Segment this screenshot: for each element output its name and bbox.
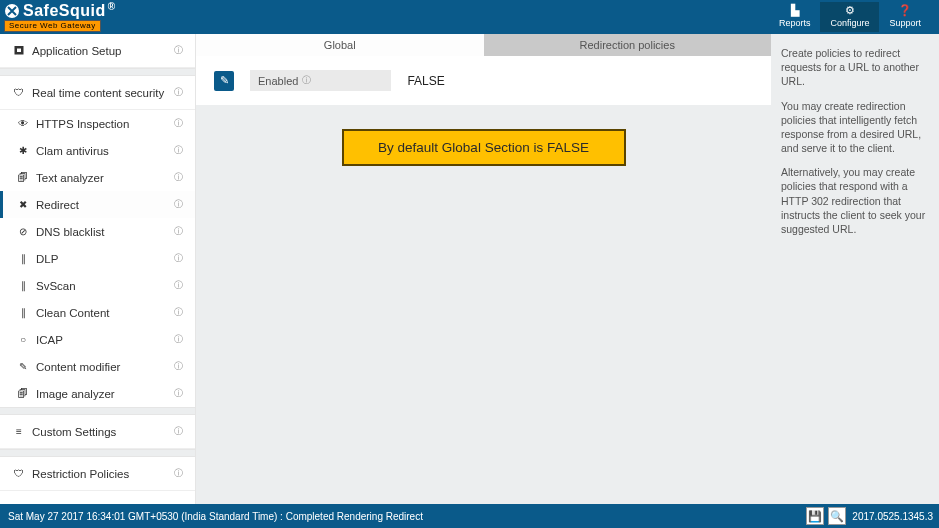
- info-icon: ⓘ: [174, 425, 183, 438]
- bars-icon: ∥: [16, 307, 30, 318]
- logo-text: SafeSquid®: [4, 3, 116, 19]
- info-icon: ⓘ: [174, 144, 183, 157]
- help-text: Create policies to redirect requests for…: [781, 46, 929, 89]
- briefcase-icon: 🞑: [12, 45, 26, 56]
- info-icon: ⓘ: [174, 117, 183, 130]
- help-panel: Create policies to redirect requests for…: [771, 34, 939, 504]
- sidebar-item-label: Application Setup: [32, 45, 168, 57]
- sidebar-rtcs[interactable]: 🛡 Real time content security ⓘ: [0, 76, 195, 110]
- info-icon: ⓘ: [174, 86, 183, 99]
- sidebar-item-label: HTTPS Inspection: [36, 118, 168, 130]
- configure-button[interactable]: ⚙ Configure: [820, 2, 879, 32]
- enabled-value: FALSE: [391, 74, 444, 88]
- tabs: Global Redirection policies: [196, 34, 771, 56]
- footer-right: 💾 🔍 2017.0525.1345.3: [806, 507, 933, 525]
- global-content: ✎ Enabled ⓘ FALSE: [196, 56, 771, 105]
- search-button[interactable]: 🔍: [828, 507, 846, 525]
- sidebar-item-label: DLP: [36, 253, 168, 265]
- sidebar-item-dns-blacklist[interactable]: ⊘ DNS blacklist ⓘ: [0, 218, 195, 245]
- logo-tagline: Secure Web Gateway: [4, 20, 101, 32]
- save-button[interactable]: 💾: [806, 507, 824, 525]
- help-text: You may create redirection policies that…: [781, 99, 929, 156]
- sidebar-item-image-analyzer[interactable]: 🗐 Image analyzer ⓘ: [0, 380, 195, 407]
- sidebar-item-clam-antivirus[interactable]: ✱ Clam antivirus ⓘ: [0, 137, 195, 164]
- info-icon: ⓘ: [174, 225, 183, 238]
- info-icon: ⓘ: [174, 279, 183, 292]
- bars-icon: ∥: [16, 253, 30, 264]
- configure-label: Configure: [830, 18, 869, 28]
- sidebar-item-label: Real time content security: [32, 87, 168, 99]
- enabled-label: Enabled: [258, 75, 298, 87]
- sidebar-item-redirect[interactable]: ✖ Redirect ⓘ: [0, 191, 195, 218]
- center-panel: Global Redirection policies ✎ Enabled ⓘ …: [196, 34, 771, 504]
- sidebar-item-dlp[interactable]: ∥ DLP ⓘ: [0, 245, 195, 272]
- bars-icon: ∥: [16, 280, 30, 291]
- sidebar-item-label: Text analyzer: [36, 172, 168, 184]
- sidebar-custom-settings[interactable]: ≡ Custom Settings ⓘ: [0, 415, 195, 449]
- page-icon: 🗐: [16, 172, 30, 183]
- sidebar-item-label: Image analyzer: [36, 388, 168, 400]
- sidebar-item-icap[interactable]: ○ ICAP ⓘ: [0, 326, 195, 353]
- sidebar-item-svscan[interactable]: ∥ SvScan ⓘ: [0, 272, 195, 299]
- reports-label: Reports: [779, 18, 811, 28]
- sidebar-item-label: SvScan: [36, 280, 168, 292]
- info-icon: ⓘ: [174, 467, 183, 480]
- support-button[interactable]: ❓ Support: [879, 2, 931, 32]
- edit-button[interactable]: ✎: [214, 71, 234, 91]
- support-icon: ❓: [898, 5, 912, 16]
- reports-icon: ▙: [791, 5, 799, 16]
- eye-icon: 👁: [16, 118, 30, 129]
- reports-button[interactable]: ▙ Reports: [769, 2, 821, 32]
- configure-icon: ⚙: [845, 5, 855, 16]
- pencil-icon: ✎: [220, 74, 229, 87]
- logo-icon: [4, 3, 20, 19]
- shield-icon: 🛡: [12, 468, 26, 479]
- tab-redirection-policies[interactable]: Redirection policies: [484, 34, 772, 56]
- help-text: Alternatively, you may create policies t…: [781, 165, 929, 236]
- block-icon: ⊘: [16, 226, 30, 237]
- sidebar: 🞑 Application Setup ⓘ 🛡 Real time conten…: [0, 34, 196, 504]
- enabled-field: Enabled ⓘ FALSE: [250, 70, 753, 91]
- info-icon: ⓘ: [174, 387, 183, 400]
- info-icon: ⓘ: [174, 198, 183, 211]
- info-icon: ⓘ: [174, 306, 183, 319]
- info-icon: ⓘ: [174, 360, 183, 373]
- status-text: Sat May 27 2017 16:34:01 GMT+0530 (India…: [8, 511, 423, 522]
- footer: Sat May 27 2017 16:34:01 GMT+0530 (India…: [0, 504, 939, 528]
- sidebar-item-label: DNS blacklist: [36, 226, 168, 238]
- main: 🞑 Application Setup ⓘ 🛡 Real time conten…: [0, 34, 939, 504]
- sidebar-item-label: Redirect: [36, 199, 168, 211]
- sidebar-divider: [0, 407, 195, 415]
- sidebar-item-label: Clean Content: [36, 307, 168, 319]
- enabled-label-wrap: Enabled ⓘ: [250, 70, 391, 91]
- sidebar-item-clean-content[interactable]: ∥ Clean Content ⓘ: [0, 299, 195, 326]
- sidebar-item-label: Content modifier: [36, 361, 168, 373]
- pencil-icon: ✎: [16, 361, 30, 372]
- logo: SafeSquid® Secure Web Gateway: [4, 3, 116, 32]
- info-icon: ⓘ: [174, 44, 183, 57]
- tab-global[interactable]: Global: [196, 34, 484, 56]
- sidebar-item-text-analyzer[interactable]: 🗐 Text analyzer ⓘ: [0, 164, 195, 191]
- asterisk-icon: ✱: [16, 145, 30, 156]
- sliders-icon: ≡: [12, 426, 26, 437]
- sidebar-item-https-inspection[interactable]: 👁 HTTPS Inspection ⓘ: [0, 110, 195, 137]
- sidebar-item-label: Custom Settings: [32, 426, 168, 438]
- sidebar-item-label: Restriction Policies: [32, 468, 168, 480]
- info-icon: ⓘ: [302, 74, 311, 87]
- sidebar-restriction-policies[interactable]: 🛡 Restriction Policies ⓘ: [0, 457, 195, 491]
- search-icon: 🔍: [830, 510, 844, 523]
- sidebar-item-content-modifier[interactable]: ✎ Content modifier ⓘ: [0, 353, 195, 380]
- shield-icon: 🛡: [12, 87, 26, 98]
- info-icon: ⓘ: [174, 252, 183, 265]
- circle-icon: ○: [16, 334, 30, 345]
- sidebar-divider: [0, 449, 195, 457]
- shuffle-icon: ✖: [16, 199, 30, 210]
- sidebar-application-setup[interactable]: 🞑 Application Setup ⓘ: [0, 34, 195, 68]
- info-icon: ⓘ: [174, 333, 183, 346]
- version-text: 2017.0525.1345.3: [852, 511, 933, 522]
- disk-icon: 💾: [808, 510, 822, 523]
- callout-note: By default Global Section is FALSE: [342, 129, 626, 166]
- header-actions: ▙ Reports ⚙ Configure ❓ Support: [769, 2, 931, 32]
- app-header: SafeSquid® Secure Web Gateway ▙ Reports …: [0, 0, 939, 34]
- image-icon: 🗐: [16, 388, 30, 399]
